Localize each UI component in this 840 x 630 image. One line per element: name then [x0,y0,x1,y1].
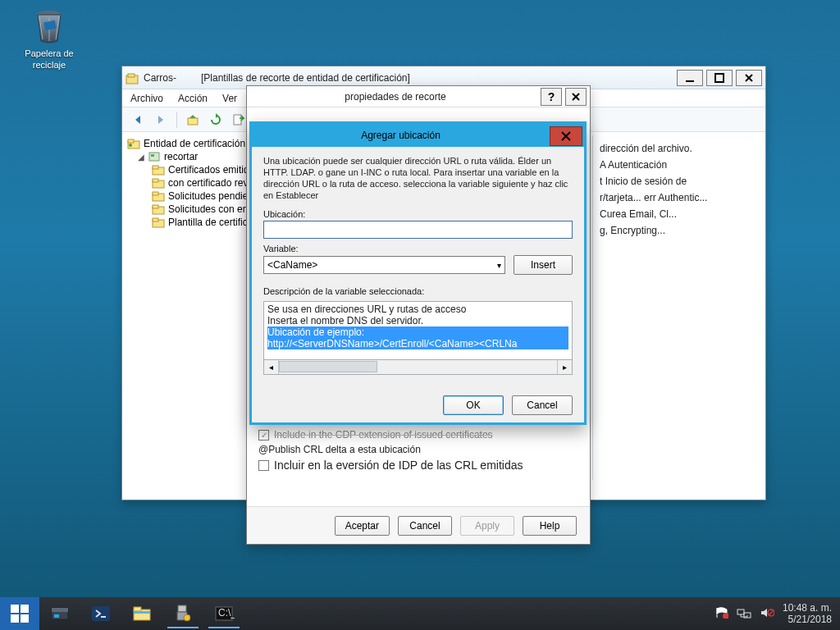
apply-button[interactable]: Apply [460,516,514,536]
close-button[interactable] [565,88,587,106]
svg-rect-3 [128,74,135,77]
add-location-dialog: Agregar ubicación Una ubicación puede se… [249,121,587,425]
system-tray: 10:48 a. m. 5/21/2018 [707,597,840,630]
ok-button[interactable]: OK [443,395,504,415]
tray-flag-icon[interactable] [715,607,728,621]
svg-rect-36 [178,605,186,612]
svg-rect-31 [54,614,59,618]
insert-button[interactable]: Insert [514,255,573,275]
properties-titlebar[interactable]: propiedades de recorte ? [247,86,590,107]
add-location-title: Agregar ubicación [252,130,550,141]
svg-rect-4 [686,80,694,82]
checkbox-icon[interactable]: ✓ [258,430,269,441]
taskbar-certsrv[interactable] [162,597,203,630]
scroll-left-icon[interactable]: ◂ [264,360,279,374]
aceptar-button[interactable]: Aceptar [335,516,390,536]
back-button[interactable] [129,111,147,129]
svg-rect-35 [134,611,150,614]
location-input[interactable] [263,221,573,239]
tree-pane: Entidad de certificación (Lo)c ◢ recorta… [122,132,263,500]
horizontal-scrollbar[interactable]: ◂ ▸ [263,360,573,375]
file-explorer-icon [131,603,153,624]
expander-icon[interactable]: ◢ [137,153,144,162]
certsrv-icon [126,71,139,84]
svg-rect-27 [11,614,19,623]
menu-action[interactable]: Acción [178,93,208,104]
add-button-row: OK Cancel [252,388,584,422]
svg-point-41 [723,613,728,619]
svg-rect-42 [737,609,744,614]
scroll-right-icon[interactable]: ▸ [557,360,572,374]
close-button[interactable] [736,70,762,86]
certauth-icon [127,138,140,149]
svg-rect-28 [21,614,29,623]
windows-icon [11,605,29,623]
network-icon [737,606,751,619]
tree-item[interactable]: Solicitudes pendientes [126,189,259,203]
svg-rect-25 [11,605,19,613]
taskbar-powershell[interactable] [80,597,121,630]
menu-view[interactable]: Ver [222,93,237,104]
intro-text: Una ubicación puede ser cualquier direcc… [263,155,573,201]
tray-network-icon[interactable] [737,606,751,622]
description-label: Descripción de la variable seleccionada: [263,286,573,296]
cancel-button[interactable]: Cancel [398,516,452,536]
taskbar-server-manager[interactable] [39,597,80,630]
maximize-button[interactable] [706,70,733,86]
folder-icon [152,177,165,189]
add-location-titlebar[interactable]: Agregar ubicación [252,124,584,147]
tree-item[interactable]: Plantilla de certificado [126,216,259,229]
flag-icon [715,607,728,619]
tree-ca[interactable]: ◢ recortar [126,150,259,163]
speaker-muted-icon [760,606,774,619]
tree-root[interactable]: Entidad de certificación (Lo)c [126,137,259,150]
close-button[interactable] [550,126,582,146]
folder-icon [152,164,165,176]
chk-cdp-ext[interactable]: ✓ Include in the CDP extension of issued… [258,429,578,441]
taskbar-cmd[interactable]: C:\_ [203,597,244,630]
svg-rect-6 [188,118,198,125]
taskbar: C:\_ 10:48 a. m. 5/21/2018 [0,597,840,630]
help-button[interactable]: ? [541,88,562,106]
up-button[interactable] [184,111,202,129]
variable-select[interactable]: <CaName> ▾ [263,256,505,274]
recycle-bin[interactable]: Papelera de reciclaje [10,7,89,71]
folder-icon [152,217,165,228]
scroll-track[interactable] [279,360,557,374]
start-button[interactable] [0,597,39,630]
svg-rect-24 [153,218,158,221]
svg-rect-22 [153,205,158,208]
powershell-icon [90,603,112,624]
folder-icon [152,203,165,215]
folder-icon [152,190,165,202]
tree-item[interactable]: con certificado revocado [126,176,259,189]
minimize-button[interactable] [677,70,703,86]
mmc-title-lead: Carros- [144,72,176,84]
svg-rect-16 [153,166,158,169]
location-label: Ubicación: [263,209,573,219]
description-box: Se usa en direcciones URL y rutas de acc… [263,301,573,360]
scroll-thumb[interactable] [279,361,377,372]
refresh-button[interactable] [207,111,225,129]
recycle-bin-label: Papelera de reciclaje [25,48,73,70]
chk-publish-delta[interactable]: @Publish CRL delta a esta ubicación [258,444,578,455]
svg-rect-14 [151,154,154,157]
forward-button[interactable] [152,111,170,129]
svg-rect-18 [153,179,158,182]
svg-text:C:\_: C:\_ [218,607,235,619]
cancel-button[interactable]: Cancel [512,395,573,415]
svg-rect-5 [715,74,724,82]
tray-sound-icon[interactable] [760,606,774,622]
checkbox-icon[interactable] [258,460,269,471]
export-button[interactable] [230,111,248,129]
tree-item[interactable]: Certificados emitidoses [126,163,259,176]
tray-clock[interactable]: 10:48 a. m. 5/21/2018 [783,602,832,625]
menu-file[interactable]: Archivo [130,93,163,104]
chk-idp[interactable]: Incluir en la eversión de IDP de las CRL… [258,459,578,472]
detail-column: dirección del archivo. A Autenticación t… [592,135,756,480]
taskbar-explorer[interactable] [121,597,162,630]
help-button[interactable]: Help [523,516,577,536]
server-manager-icon [49,603,71,624]
svg-rect-7 [234,115,241,125]
tree-item[interactable]: Solicitudes con error [126,203,259,216]
